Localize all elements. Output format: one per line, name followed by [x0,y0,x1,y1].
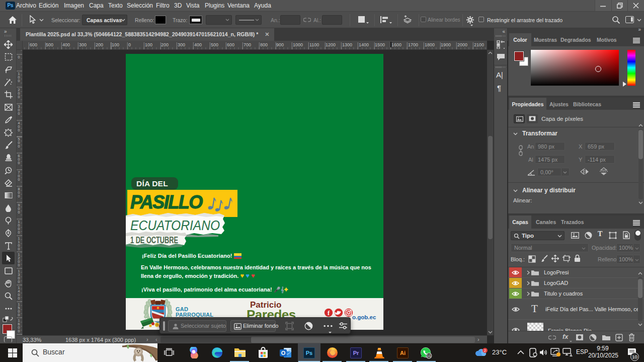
svg-text:2: 2 [484,348,487,353]
svg-text:O: O [281,350,286,356]
svg-text:1 DE OCTUBRE: 1 DE OCTUBRE [130,235,178,245]
svg-text:11: 11 [427,353,431,358]
